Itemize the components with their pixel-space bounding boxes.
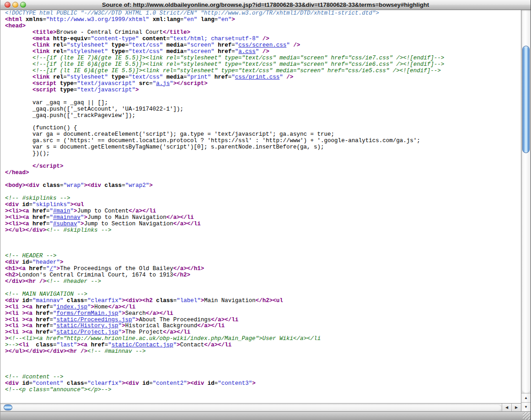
- source-line: var ga = document.createElement('script'…: [5, 132, 521, 138]
- source-line: [5, 94, 521, 100]
- source-line: var _gaq = _gaq || [];: [5, 100, 521, 106]
- source-link[interactable]: css/print.css: [235, 74, 280, 80]
- arrow-left-icon: ◀: [505, 405, 508, 409]
- source-line: >--><li class="last"><a href="static/Con…: [5, 342, 521, 349]
- source-line: [5, 240, 521, 247]
- source-link[interactable]: static/Proceedings.jsp: [57, 317, 132, 323]
- source-line: ><li><a href="#mainnav">Jump to Main Nav…: [5, 215, 521, 221]
- vertical-scrollbar: ▲ ▼: [521, 10, 531, 411]
- arrow-up-icon: ▲: [524, 396, 528, 400]
- source-line: ><li ><a href="forms/formMain.jsp">Searc…: [5, 311, 521, 317]
- source-line: <head>: [5, 23, 521, 30]
- resize-grip-icon[interactable]: [523, 412, 530, 420]
- source-line: ><li ><a href="index.jsp">Home</a></li: [5, 304, 521, 311]
- source-line: <div id="content" class="clearfix"><div …: [5, 381, 521, 387]
- source-line: ><li ><a href="static/Project.jsp">The P…: [5, 330, 521, 336]
- view-source-window: Source of: http://www.oldbaileyonline.or…: [0, 0, 531, 420]
- source-link[interactable]: static/History.jsp: [57, 323, 118, 329]
- source-link[interactable]: #main: [53, 208, 70, 214]
- source-line: ></ul></div><!-- #skiplinks -->: [5, 228, 521, 234]
- source-line: ga.src = ('https:' == document.location.…: [5, 138, 521, 144]
- source-line: [5, 355, 521, 362]
- source-line: <!-- #skiplinks -->: [5, 196, 521, 202]
- source-line: <link rel="stylesheet" type="text/css" m…: [5, 74, 521, 81]
- arrow-down-icon: ▼: [524, 405, 528, 409]
- source-line: ><li ><a href="static/History.jsp">Histo…: [5, 323, 521, 330]
- minimize-button[interactable]: [12, 2, 18, 8]
- source-line: [5, 234, 521, 240]
- source-line: <link rel="stylesheet" type="text/css" m…: [5, 49, 521, 55]
- source-line: <h2>London's Central Criminal Court, 167…: [5, 272, 521, 279]
- source-line: [5, 362, 521, 368]
- source-link[interactable]: static/Contact.jsp: [112, 342, 173, 348]
- horizontal-scrollbar-track[interactable]: [0, 404, 502, 411]
- source-line: <script type="text/javascript">: [5, 87, 521, 94]
- source-line: </head>: [5, 170, 521, 176]
- source-line: ><li ><a href="static/Proceedings.jsp">A…: [5, 317, 521, 324]
- scroll-right-button[interactable]: ▶: [511, 404, 521, 411]
- source-link[interactable]: forms/formMain.jsp: [57, 310, 118, 317]
- scroll-up-button[interactable]: ▲: [521, 393, 531, 402]
- source-link[interactable]: a.css: [238, 48, 256, 55]
- zoom-button[interactable]: [20, 2, 26, 8]
- source-line: ><li><a href="#main">Jump to Content</a>…: [5, 208, 521, 215]
- source-link[interactable]: static/Project.jsp: [57, 329, 118, 335]
- source-line: ><!--<li><a href="http://www.hrionline.a…: [5, 336, 521, 342]
- vertical-scrollbar-track[interactable]: [521, 10, 531, 393]
- source-line: <!-- #content -->: [5, 374, 521, 381]
- source-line: [5, 176, 521, 183]
- source-line: _gaq.push(['_trackPageview']);: [5, 113, 521, 119]
- source-line: <link rel="stylesheet" type="text/css" m…: [5, 43, 521, 49]
- source-line: <!DOCTYPE html PUBLIC "-//W3C//DTD XHTML…: [5, 11, 521, 17]
- arrow-right-icon: ▶: [515, 405, 518, 409]
- close-button[interactable]: [5, 2, 11, 8]
- status-bar: [0, 411, 531, 420]
- source-link[interactable]: #mainnav: [53, 214, 80, 221]
- source-line: <div id="skiplinks"><ul: [5, 202, 521, 208]
- source-line: [5, 285, 521, 292]
- source-line: </div><hr /><!-- #header -->: [5, 279, 521, 285]
- source-line: <script type="text/javascript" src="a.js…: [5, 81, 521, 87]
- source-line: [5, 119, 521, 125]
- source-line: ></ul></div></div><hr /><!-- #mainnav --…: [5, 349, 521, 355]
- source-line: <!-- HEADER -->: [5, 253, 521, 260]
- source-line: <!--[if (lte IE 6)&(gte IE 5.5)]><link r…: [5, 62, 521, 68]
- source-link[interactable]: css/screen.css: [238, 42, 286, 48]
- source-line: <div id="mainnav" class="clearfix"><div>…: [5, 298, 521, 304]
- source-code: <!DOCTYPE html PUBLIC "-//W3C//DTD XHTML…: [0, 10, 521, 403]
- source-line: <!-- MAIN NAVIGATION -->: [5, 292, 521, 298]
- scroll-down-button[interactable]: ▼: [521, 402, 531, 411]
- source-line: <div id="header">: [5, 260, 521, 266]
- source-line: <h1><a href="/">The Proceedings of the O…: [5, 266, 521, 272]
- source-line: <body><div class="wrap"><div class="wrap…: [5, 183, 521, 189]
- source-line: var s = document.getElementsByTagName('s…: [5, 144, 521, 151]
- source-line: _gaq.push(['_setAccount', 'UA-19174022-1…: [5, 106, 521, 113]
- source-line: [5, 189, 521, 196]
- source-line: <!--[if (lte IE 7)&(gte IE 5.5)]><link r…: [5, 55, 521, 62]
- scroll-left-button[interactable]: ◀: [502, 404, 511, 411]
- source-line: <!--[if (lt IE 6)&(gte IE 5.5)]><link re…: [5, 68, 521, 74]
- window-controls: [5, 2, 26, 8]
- horizontal-scrollbar-thumb[interactable]: [4, 404, 12, 410]
- source-line: </script>: [5, 164, 521, 170]
- source-link[interactable]: #subnav: [53, 221, 77, 227]
- source-line: <meta http-equiv="content-type" content=…: [5, 36, 521, 43]
- source-link[interactable]: /: [50, 266, 54, 272]
- source-line: (function() {: [5, 125, 521, 132]
- horizontal-scrollbar: ◀ ▶: [0, 403, 521, 411]
- source-link[interactable]: index.jsp: [57, 304, 88, 310]
- source-line: })();: [5, 151, 521, 157]
- source-link[interactable]: a.js: [156, 80, 170, 87]
- source-line: [5, 247, 521, 253]
- source-line: <!--<p class="announce"></p>-->: [5, 387, 521, 393]
- source-line: <html xmlns="http://www.w3.org/1999/xhtm…: [5, 17, 521, 23]
- title-bar[interactable]: Source of: http://www.oldbaileyonline.or…: [0, 0, 531, 10]
- vertical-scrollbar-thumb[interactable]: [522, 46, 530, 153]
- source-line: [5, 368, 521, 374]
- source-line: [5, 157, 521, 164]
- source-line: <title>Browse - Central Criminal Court</…: [5, 30, 521, 36]
- window-title: Source of: http://www.oldbaileyonline.or…: [0, 1, 531, 8]
- source-line: ><li><a href="#subnav">Jump to Section N…: [5, 221, 521, 228]
